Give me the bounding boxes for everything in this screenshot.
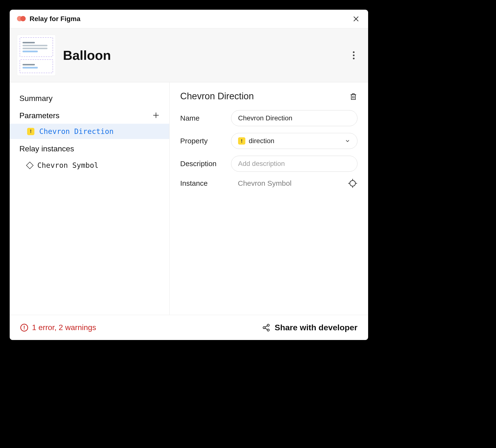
svg-point-17 — [267, 324, 269, 326]
add-parameter-button[interactable] — [152, 111, 160, 120]
footer: ! 1 error, 2 warnings Share with develop… — [10, 315, 368, 340]
instance-value: Chevron Symbol — [231, 179, 343, 187]
errors-link[interactable]: ! 1 error, 2 warnings — [20, 323, 96, 332]
sidebar-instances-label: Relay instances — [10, 139, 169, 158]
sidebar-summary[interactable]: Summary — [10, 90, 169, 107]
kebab-dot-icon — [353, 51, 355, 53]
sidebar-instance-item[interactable]: Chevron Symbol — [10, 158, 169, 173]
plugin-title: Relay for Figma — [30, 15, 80, 23]
sidebar: Summary Parameters ! Chevron Direction R… — [10, 82, 170, 315]
component-thumbnail — [17, 35, 56, 76]
warning-badge-icon: ! — [27, 128, 34, 135]
instance-name: Chevron Symbol — [37, 161, 99, 170]
relay-plugin-panel: Relay for Figma Balloon Summary — [10, 10, 368, 340]
relay-logo-icon — [17, 16, 26, 22]
kebab-dot-icon — [353, 54, 355, 56]
share-label: Share with developer — [275, 323, 357, 332]
delete-parameter-button[interactable] — [349, 92, 357, 100]
svg-point-18 — [267, 329, 269, 331]
sidebar-parameter-item[interactable]: ! Chevron Direction — [10, 124, 169, 139]
share-icon — [262, 324, 270, 332]
close-button[interactable] — [351, 14, 361, 24]
description-label: Description — [180, 160, 231, 168]
trash-icon — [349, 92, 357, 100]
sidebar-parameters-header: Parameters — [10, 107, 169, 124]
locate-instance-button[interactable] — [348, 178, 357, 188]
titlebar: Relay for Figma — [10, 10, 368, 28]
name-input[interactable]: Chevron Direction — [231, 110, 357, 126]
kebab-dot-icon — [353, 58, 355, 59]
plus-icon — [152, 112, 160, 119]
name-value: Chevron Direction — [238, 114, 292, 122]
property-select[interactable]: ! direction — [231, 133, 357, 149]
detail-title: Chevron Direction — [180, 91, 254, 101]
body: Summary Parameters ! Chevron Direction R… — [10, 82, 368, 315]
name-label: Name — [180, 114, 231, 122]
description-placeholder: Add description — [238, 160, 285, 168]
share-with-developer-button[interactable]: Share with developer — [262, 323, 357, 332]
sidebar-parameters-label: Parameters — [19, 111, 59, 120]
svg-line-19 — [265, 326, 267, 327]
error-icon: ! — [20, 324, 28, 332]
property-value: direction — [249, 137, 274, 145]
more-menu-button[interactable] — [349, 50, 358, 60]
component-name: Balloon — [63, 48, 349, 63]
svg-point-16 — [263, 326, 265, 329]
svg-rect-4 — [351, 94, 356, 99]
warning-badge-icon: ! — [238, 137, 245, 145]
svg-point-11 — [350, 180, 355, 186]
svg-line-20 — [265, 328, 267, 330]
target-icon — [348, 178, 357, 188]
close-icon — [353, 15, 359, 22]
detail-pane: Chevron Direction Name Chevron Direction — [170, 82, 368, 315]
errors-text: 1 error, 2 warnings — [32, 323, 96, 332]
property-label: Property — [180, 137, 231, 145]
description-input[interactable]: Add description — [231, 156, 357, 172]
component-header: Balloon — [10, 28, 368, 82]
instance-label: Instance — [180, 179, 231, 187]
parameter-name: Chevron Direction — [39, 127, 114, 136]
chevron-down-icon — [345, 138, 350, 144]
instance-diamond-icon — [26, 162, 33, 169]
